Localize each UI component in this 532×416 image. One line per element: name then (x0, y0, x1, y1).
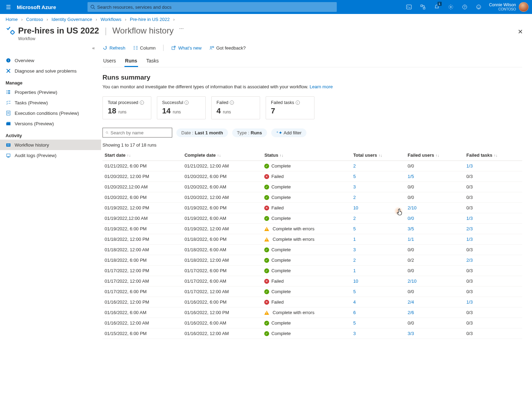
table-row[interactable]: 01/20/2022, 6:00 PM01/20/2022, 12:00 AM✓… (102, 192, 522, 203)
table-row[interactable]: 01/17/2022, 12:00 AM01/17/2022, 6:00 AM✕… (102, 276, 522, 287)
cell-failedtasks[interactable]: 1/3 (464, 234, 522, 245)
cell-failedusers[interactable]: 3/5 (405, 224, 464, 234)
cell-totalusers[interactable]: 2 (351, 255, 405, 266)
cell-totalusers[interactable]: 5 (351, 287, 405, 297)
breadcrumb-item[interactable]: Pre-hire in US 2022 (130, 17, 170, 22)
search-by-name-input[interactable] (111, 130, 169, 135)
filter-date[interactable]: Date : Last 1 month (176, 128, 228, 137)
sidebar-item-versions[interactable]: Versions (Preview) (0, 118, 101, 129)
col-totalusers[interactable]: Total users↑↓ (351, 150, 405, 161)
column-button[interactable]: Column (133, 45, 156, 51)
more-icon[interactable]: ⋯ (179, 26, 184, 31)
close-icon[interactable]: ✕ (514, 26, 526, 38)
cell-totalusers[interactable]: 5 (351, 171, 405, 182)
cloud-shell-icon[interactable] (402, 0, 416, 14)
feedback-button[interactable]: Got feedback? (209, 45, 246, 51)
whatsnew-button[interactable]: What's new (171, 45, 202, 51)
table-row[interactable]: 01/20/2022,12:00 AM01/20/2022, 6:00 AM✓C… (102, 182, 522, 192)
cell-totalusers[interactable]: 5 (351, 224, 405, 234)
col-start[interactable]: Start date↑↓ (102, 150, 182, 161)
tab-users[interactable]: Users (102, 56, 117, 67)
table-row[interactable]: 01/17/2022, 6:00 PM01/17/2022, 12:00 AM✓… (102, 287, 522, 297)
cell-failedusers[interactable]: 1/1 (405, 234, 464, 245)
cell-failedusers[interactable]: 0/0 (405, 213, 464, 224)
directory-icon[interactable] (416, 0, 430, 14)
col-failedusers[interactable]: Failed users↑↓ (405, 150, 464, 161)
sidebar-item-overview[interactable]: iOverview (0, 55, 101, 66)
cell-totalusers[interactable]: 1 (351, 234, 405, 245)
cell-totalusers[interactable]: 3 (351, 328, 405, 339)
table-row[interactable]: 01/19/2022,12:00 AM01/19/2022, 6:00 AM✓C… (102, 213, 522, 224)
cell-failedusers[interactable]: 2/10 (405, 276, 464, 287)
collapse-sidebar-icon[interactable]: « (92, 45, 95, 51)
filter-type[interactable]: Type : Runs (232, 128, 267, 137)
table-row[interactable]: 01/20/2022, 12:00 PM01/20/2022, 6:00 PM✕… (102, 171, 522, 182)
table-row[interactable]: 01/15/2022, 6:00 PM01/16/2022, 12:00 AM✓… (102, 328, 522, 339)
cell-failedusers[interactable]: 3/3 (405, 328, 464, 339)
add-filter-button[interactable]: ⁺✦Add filter (271, 128, 306, 137)
info-icon[interactable]: i (184, 101, 189, 105)
cell-totalusers[interactable]: 4 (351, 297, 405, 307)
sidebar-item-properties[interactable]: Properties (Preview) (0, 87, 101, 97)
brand-label[interactable]: Microsoft Azure (17, 4, 56, 10)
table-row[interactable]: 01/21/2022, 6:00 PM01/21/2022, 12:00 AM✓… (102, 161, 522, 171)
sidebar-item-workflow-history[interactable]: Workflow history (0, 140, 101, 150)
table-row[interactable]: 01/16/2022, 12:00 PM01/16/2022, 6:00 PM✕… (102, 297, 522, 307)
cell-failedtasks[interactable]: 1/3 (464, 297, 522, 307)
cell-failedusers[interactable]: 1/5 (405, 171, 464, 182)
cell-totalusers[interactable]: 2 (351, 213, 405, 224)
cell-failedtasks[interactable]: 1/3 (464, 161, 522, 171)
cell-totalusers[interactable]: 6 (351, 307, 405, 318)
breadcrumb-item[interactable]: Workflows (101, 17, 122, 22)
table-row[interactable]: 01/17/2022, 12:00 PM01/17/2022, 6:00 PM✓… (102, 266, 522, 276)
cell-totalusers[interactable]: 2 (351, 161, 405, 171)
settings-icon[interactable] (444, 0, 458, 14)
hamburger-icon[interactable]: ☰ (0, 4, 17, 10)
cell-totalusers[interactable]: 1 (351, 266, 405, 276)
cell-failedusers[interactable]: 2/6 (405, 307, 464, 318)
cell-failedusers[interactable]: 2/4 (405, 297, 464, 307)
cell-totalusers[interactable]: 3 (351, 245, 405, 255)
cell-totalusers[interactable]: 10 (351, 203, 405, 213)
breadcrumb-item[interactable]: Identity Governance (52, 17, 92, 22)
table-row[interactable]: 01/19/2022, 12:00 PM01/19/2022, 6:00 PM✕… (102, 203, 522, 213)
cell-totalusers[interactable]: 10 (351, 276, 405, 287)
table-row[interactable]: 01/16/2022, 6:00 AM01/16/2022, 12:00 PM … (102, 307, 522, 318)
info-icon[interactable]: i (230, 101, 234, 105)
help-icon[interactable]: ? (458, 0, 472, 14)
notifications-icon[interactable]: 1 (430, 0, 444, 14)
table-row[interactable]: 01/18/2022, 12:00 PM01/18/2022, 6:00 PM … (102, 234, 522, 245)
cell-failedusers[interactable]: 2/10 (405, 203, 464, 213)
col-status[interactable]: Status↑↓ (262, 150, 351, 161)
col-complete[interactable]: Complete date↑↓ (182, 150, 262, 161)
cell-failedtasks[interactable]: 2/3 (464, 224, 522, 234)
tab-runs[interactable]: Runs (124, 56, 138, 67)
search-by-name[interactable] (102, 128, 172, 138)
sidebar-item-audit[interactable]: Audit logs (Preview) (0, 150, 101, 161)
sidebar-item-diagnose[interactable]: Diagnose and solve problems (0, 66, 101, 76)
breadcrumb-item[interactable]: Home (6, 17, 18, 22)
cell-complete: 01/16/2022, 6:00 PM (182, 297, 262, 307)
info-icon[interactable]: i (140, 101, 144, 105)
cell-totalusers[interactable]: 5 (351, 318, 405, 328)
refresh-button[interactable]: Refresh (102, 45, 126, 51)
sidebar-item-execution[interactable]: Execution conditions (Preview) (0, 108, 101, 118)
sidebar-item-tasks[interactable]: Tasks (Preview) (0, 97, 101, 108)
breadcrumb-item[interactable]: Contoso (26, 17, 43, 22)
table-row[interactable]: 01/18/2022, 12:00 AM01/18/2022, 6:00 AM✓… (102, 245, 522, 255)
col-failedtasks[interactable]: Failed tasks↑↓ (464, 150, 522, 161)
cell-failedtasks[interactable]: 1/3 (464, 213, 522, 224)
info-icon[interactable]: i (296, 101, 300, 105)
account-menu[interactable]: Connie Wilson CONTOSO (486, 2, 532, 12)
cell-failedtasks[interactable]: 2/3 (464, 255, 522, 266)
tab-tasks[interactable]: Tasks (146, 56, 160, 67)
feedback-icon[interactable] (472, 0, 486, 14)
table-row[interactable]: 01/19/2022, 6:00 PM01/19/2022, 12:00 AM … (102, 224, 522, 234)
learn-more-link[interactable]: Learn more (310, 84, 333, 89)
cell-totalusers[interactable]: 3 (351, 182, 405, 192)
cell-totalusers[interactable]: 2 (351, 192, 405, 203)
global-search-input[interactable] (97, 5, 334, 10)
table-row[interactable]: 01/18/2022, 6:00 PM01/18/2022, 12:00 AM✓… (102, 255, 522, 266)
table-row[interactable]: 01/16/2022, 12:00 AM01/16/2022, 6:00 AM✓… (102, 318, 522, 328)
global-search[interactable] (88, 2, 337, 12)
